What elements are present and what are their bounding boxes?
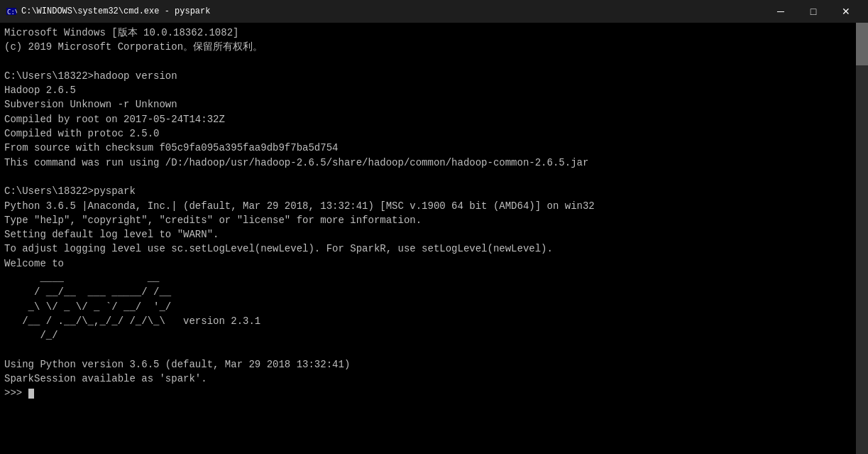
scrollbar[interactable] xyxy=(856,23,868,454)
svg-text:C:\: C:\ xyxy=(7,9,17,16)
title-bar-controls: ─ □ ✕ xyxy=(764,0,862,23)
close-button[interactable]: ✕ xyxy=(830,0,862,23)
cmd-icon: C:\ xyxy=(6,6,17,17)
maximize-button[interactable]: □ xyxy=(797,0,830,23)
console-output: Microsoft Windows [版本 10.0.18362.1082] (… xyxy=(4,26,864,401)
minimize-button[interactable]: ─ xyxy=(764,0,797,23)
title-bar-text: C:\WINDOWS\system32\cmd.exe - pyspark xyxy=(21,6,764,16)
cmd-window: C:\ C:\WINDOWS\system32\cmd.exe - pyspar… xyxy=(0,0,868,454)
cursor xyxy=(28,389,34,399)
console-area[interactable]: Microsoft Windows [版本 10.0.18362.1082] (… xyxy=(0,23,868,454)
title-bar: C:\ C:\WINDOWS\system32\cmd.exe - pyspar… xyxy=(0,0,868,23)
scrollbar-thumb[interactable] xyxy=(856,23,868,65)
